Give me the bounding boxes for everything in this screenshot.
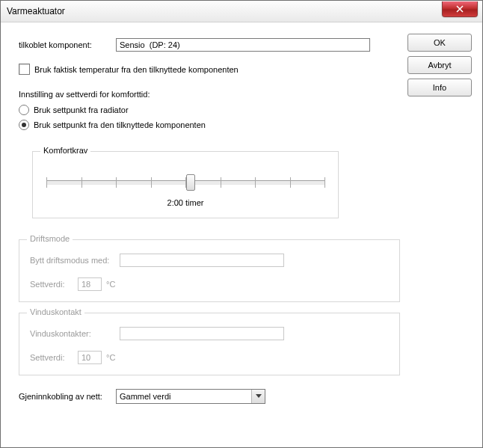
reconnection-row: Gjeninnkobling av nett: Gammel verdi <box>19 389 393 404</box>
swap-mode-row: Bytt driftsmodus med: <box>30 254 389 267</box>
ok-button[interactable]: OK <box>407 34 472 52</box>
dialog-buttons: OK Avbryt Info <box>407 34 472 96</box>
drift-setvalue-field <box>78 277 102 291</box>
driftmode-group: Driftsmode Bytt driftsmodus med: Settver… <box>19 239 400 302</box>
slider-thumb[interactable] <box>186 174 195 191</box>
close-button[interactable] <box>442 1 478 17</box>
comfort-value: 2:00 timer <box>43 198 327 207</box>
main-form: tilkoblet komponent: Bruk faktisk temper… <box>19 38 393 404</box>
use-actual-temp-label: Bruk faktisk temperatur fra den tilknytt… <box>34 65 239 74</box>
slider-tick <box>221 177 221 188</box>
slider-tick <box>46 177 47 188</box>
info-button[interactable]: Info <box>407 79 472 96</box>
drift-setvalue-row: Settverdi: °C <box>30 277 389 291</box>
window-setvalue-row: Settverdi: °C <box>30 351 389 364</box>
drift-setvalue-unit: °C <box>106 280 115 289</box>
chevron-down-icon <box>256 394 262 399</box>
window-contacts-label: Vinduskontakter: <box>30 329 120 338</box>
dropdown-arrow <box>251 390 265 403</box>
connected-component-field[interactable] <box>116 38 370 52</box>
radio-from-component[interactable]: Bruk settpunkt fra den tilknyttede kompo… <box>19 120 393 130</box>
slider-tick <box>255 177 256 188</box>
slider-tick <box>324 177 325 188</box>
use-actual-temp-checkbox[interactable]: Bruk faktisk temperatur fra den tilknytt… <box>19 64 393 75</box>
swap-mode-field <box>120 254 284 267</box>
close-icon <box>456 5 464 13</box>
connected-component-label: tilkoblet komponent: <box>19 40 116 49</box>
driftmode-group-title: Driftsmode <box>27 234 73 243</box>
reconnection-label: Gjeninnkobling av nett: <box>19 392 116 401</box>
window-setvalue-label: Settverdi: <box>30 353 78 362</box>
reconnection-select[interactable]: Gammel verdi <box>116 389 265 404</box>
window-contacts-row: Vinduskontakter: <box>30 327 389 340</box>
drift-setvalue-label: Settverdi: <box>30 280 78 289</box>
window-contacts-field <box>120 327 284 340</box>
slider-tick <box>151 177 152 188</box>
cancel-button[interactable]: Avbryt <box>407 56 472 74</box>
radio-from-radiator-label: Bruk settpunkt fra radiator <box>34 105 129 114</box>
radio-dot-icon <box>22 123 26 127</box>
window-contact-group-title: Vinduskontakt <box>27 307 84 316</box>
dialog-window: Varmeaktuator OK Avbryt Info tilkoblet k… <box>0 0 483 448</box>
comfort-group-title: Komfortkrav <box>40 146 90 155</box>
window-title: Varmeaktuator <box>7 6 65 16</box>
setpoint-heading: Innstilling av settverdi for komforttid: <box>19 90 393 99</box>
reconnection-value: Gammel verdi <box>120 392 170 401</box>
window-setvalue-field <box>78 351 102 364</box>
checkbox-icon <box>19 64 30 75</box>
titlebar: Varmeaktuator <box>1 1 482 22</box>
comfort-slider[interactable] <box>46 180 324 185</box>
comfort-group: Komfortkrav 2:00 timer <box>32 151 339 218</box>
connected-component-row: tilkoblet komponent: <box>19 38 393 52</box>
swap-mode-label: Bytt driftsmodus med: <box>30 256 120 265</box>
radio-icon <box>19 105 29 115</box>
slider-tick <box>81 177 82 188</box>
client-area: OK Avbryt Info tilkoblet komponent: Bruk… <box>8 22 475 440</box>
window-contact-group: Vinduskontakt Vinduskontakter: Settverdi… <box>19 313 400 375</box>
radio-icon <box>19 120 29 130</box>
slider-tick <box>116 177 117 188</box>
radio-from-radiator[interactable]: Bruk settpunkt fra radiator <box>19 105 393 115</box>
radio-from-component-label: Bruk settpunkt fra den tilknyttede kompo… <box>34 120 206 129</box>
window-setvalue-unit: °C <box>106 353 115 362</box>
slider-tick <box>290 177 291 188</box>
